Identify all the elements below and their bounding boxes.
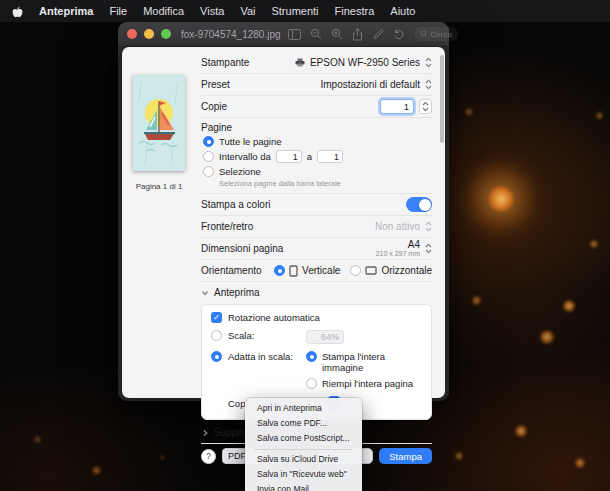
menubar-item-modifica[interactable]: Modifica: [143, 5, 184, 17]
share-icon[interactable]: [352, 28, 363, 41]
orientation-landscape-radio[interactable]: [350, 265, 361, 276]
pages-selection-radio[interactable]: [203, 166, 214, 177]
range-to-input[interactable]: 1: [317, 150, 343, 163]
pages-selection-hint: Seleziona pagine dalla barra laterale: [219, 179, 432, 188]
auto-rotation-label: Rotazione automatica: [228, 312, 320, 323]
pdf-button-label: PDF: [228, 451, 246, 461]
pages-all-label: Tutte le pagine: [219, 136, 282, 147]
chevron-updown-icon: [425, 243, 432, 254]
duplex-label: Fronte/retro: [201, 221, 253, 232]
help-button[interactable]: ?: [201, 449, 216, 464]
bokeh-light: [92, 466, 101, 475]
preview-section-title: Anteprima: [214, 287, 260, 298]
menubar-item-aiuto[interactable]: Aiuto: [390, 5, 415, 17]
printer-row: Stampante EPSON WF-2950 Series: [201, 52, 432, 74]
zoom-out-icon[interactable]: [310, 28, 322, 40]
pages-section: Pagine Tutte le pagine Intervallo da 1 a…: [201, 118, 432, 194]
menu-item-salva-come-pdf[interactable]: Salva come PDF...: [248, 416, 359, 431]
bokeh-light: [472, 296, 481, 305]
menu-item-apri-in-anteprima[interactable]: Apri in Anteprima: [248, 401, 359, 416]
orientation-portrait-option[interactable]: Verticale: [274, 265, 340, 277]
bokeh-light: [34, 436, 41, 443]
orientation-landscape-option[interactable]: Orizzontale: [350, 265, 432, 276]
scale-label: Scala:: [228, 330, 300, 341]
copies-label: Copie: [201, 101, 227, 112]
orientation-landscape-label: Orizzontale: [381, 265, 432, 276]
menu-separator: [254, 449, 353, 450]
copies-row: Copie 1: [201, 96, 432, 118]
menu-item-invia-con-mail[interactable]: Invia con Mail: [248, 482, 359, 491]
chevron-updown-icon: [425, 79, 432, 90]
rotate-left-icon[interactable]: [393, 28, 405, 40]
preview-section-header[interactable]: Anteprima: [201, 282, 432, 303]
printer-value: EPSON WF-2950 Series: [310, 57, 420, 68]
pages-selection-label: Selezione: [219, 166, 261, 177]
auto-rotation-checkbox[interactable]: ✓: [211, 312, 222, 323]
markup-icon[interactable]: [372, 28, 384, 40]
bokeh-light: [515, 425, 527, 437]
pages-label: Pagine: [201, 122, 432, 133]
print-button[interactable]: Stampa: [379, 448, 432, 464]
orientation-portrait-radio[interactable]: [274, 265, 285, 276]
menubar-item-vai[interactable]: Vai: [240, 5, 255, 17]
paper-size-select[interactable]: A4 210 x 297 mm: [376, 239, 432, 258]
window-titlebar: fox-9704574_1280.jpg: [118, 22, 449, 47]
zoom-in-icon[interactable]: [331, 28, 343, 40]
landscape-icon: [365, 266, 377, 275]
scrollbar-thumb[interactable]: [440, 55, 444, 143]
chevron-updown-icon: [425, 221, 432, 232]
orientation-label: Orientamento: [201, 265, 262, 276]
menubar-item-vista[interactable]: Vista: [200, 5, 224, 17]
range-from-input[interactable]: 1: [276, 150, 302, 163]
orientation-portrait-label: Verticale: [302, 265, 340, 276]
bokeh-light: [563, 300, 575, 312]
menubar-item-finestra[interactable]: Finestra: [335, 5, 375, 17]
minimize-button[interactable]: [144, 29, 154, 39]
printer-label: Stampante: [201, 57, 249, 68]
printer-select[interactable]: EPSON WF-2950 Series: [295, 57, 432, 68]
toolbar-search[interactable]: Cerca: [414, 27, 458, 41]
document-preview-image: [133, 75, 185, 171]
copies-input[interactable]: 1: [380, 99, 414, 114]
bokeh-light: [465, 108, 473, 116]
menubar-item-strumenti[interactable]: Strumenti: [271, 5, 318, 17]
bokeh-light: [160, 455, 165, 460]
apple-menu[interactable]: [12, 5, 23, 18]
close-button[interactable]: [127, 29, 137, 39]
window-title: fox-9704574_1280.jpg: [181, 29, 281, 40]
sidebar-toggle-icon[interactable]: [288, 29, 301, 40]
menubar-item-file[interactable]: File: [109, 5, 127, 17]
preset-select[interactable]: Impostazioni di default: [320, 79, 432, 90]
scale-radio[interactable]: [211, 330, 222, 341]
pages-range-radio[interactable]: [203, 151, 214, 162]
menu-item-salva-in-ricevute-web[interactable]: Salva in "Ricevute web": [248, 467, 359, 482]
printer-icon: [295, 58, 305, 67]
fit-fill-page-radio[interactable]: [306, 378, 317, 389]
bokeh-light: [455, 452, 463, 460]
menu-bar: Anteprima File Modifica Vista Vai Strume…: [0, 0, 610, 22]
bokeh-light: [540, 330, 554, 344]
color-print-row: Stampa a colori: [201, 194, 432, 216]
chevron-right-icon: [201, 429, 209, 437]
orientation-row: Orientamento Verticale Ori: [201, 260, 432, 282]
print-preview-pane: Pagina 1 di 1: [122, 47, 196, 398]
bokeh-light: [488, 186, 514, 212]
preview-window: fox-9704574_1280.jpg: [118, 22, 449, 401]
menu-item-salva-come-postscript[interactable]: Salva come PostScript...: [248, 431, 359, 446]
duplex-select: Non attivo: [375, 221, 432, 232]
window-toolbar: Cerca: [288, 27, 458, 41]
preset-value: Impostazioni di default: [320, 79, 420, 90]
print-dialog: Pagina 1 di 1 Stampante EPSON WF-2950 Se…: [122, 47, 445, 398]
apple-logo-icon: [12, 5, 23, 18]
pages-range-to-label: a: [307, 151, 312, 162]
zoom-button[interactable]: [161, 29, 171, 39]
fit-print-all-radio[interactable]: [306, 351, 317, 362]
menu-item-salva-su-icloud-drive[interactable]: Salva su iCloud Drive: [248, 452, 359, 467]
pages-all-radio[interactable]: [203, 136, 214, 147]
copies-stepper[interactable]: [419, 99, 432, 114]
fit-to-scale-radio[interactable]: [211, 351, 222, 362]
paper-size-label: Dimensioni pagina: [201, 243, 283, 254]
color-print-label: Stampa a colori: [201, 199, 270, 210]
color-print-toggle[interactable]: [406, 197, 432, 212]
menubar-item-anteprima[interactable]: Anteprima: [39, 5, 93, 17]
